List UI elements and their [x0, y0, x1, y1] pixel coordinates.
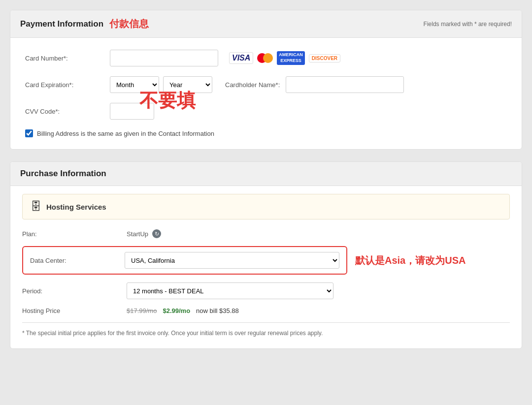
- card-icons: VISA AMERICANEXPRESS DISCOVER: [229, 51, 340, 64]
- discover-icon: DISCOVER: [309, 54, 340, 62]
- card-expiration-row: Card Expiration*: Month 01020304 0506070…: [25, 76, 507, 93]
- data-center-row: Data Center: USA, California Asia Europe…: [22, 246, 510, 275]
- cvv-row: CVV Code*: 不要填: [25, 103, 507, 120]
- price-bill: now bill $35.88: [196, 307, 239, 314]
- data-center-select[interactable]: USA, California Asia Europe South Americ…: [125, 252, 339, 269]
- footer-note-text: * The special initial price applies for …: [22, 330, 323, 337]
- mc-circle-right: [263, 53, 273, 63]
- year-select[interactable]: Year 2024202520262027 202820292030: [163, 76, 212, 93]
- amex-icon: AMERICANEXPRESS: [277, 51, 305, 64]
- purchase-body: 🗄 Hosting Services Plan: StartUp ↻ Data …: [10, 186, 522, 348]
- refresh-icon[interactable]: ↻: [152, 229, 161, 238]
- cvv-label: CVV Code*:: [25, 108, 104, 115]
- card-number-row: Card Number*: VISA AMERICANEXPRESS DISCO…: [25, 50, 507, 66]
- hosting-title: Hosting Services: [46, 203, 106, 211]
- payment-card: Payment Information 付款信息 Fields marked w…: [10, 10, 522, 150]
- payment-title: Payment Information: [20, 19, 103, 29]
- data-center-label: Data Center:: [30, 257, 119, 264]
- plan-label: Plan:: [22, 230, 121, 238]
- data-center-annotation: 默认是Asia，请改为USA: [355, 254, 466, 267]
- billing-checkbox[interactable]: [25, 129, 33, 137]
- period-row: Period: 1 month 3 months 6 months 12 mon…: [22, 282, 510, 299]
- cvv-input-wrapper: 不要填: [110, 103, 154, 120]
- required-note: Fields marked with * are required!: [424, 21, 512, 28]
- hosting-section: 🗄 Hosting Services: [22, 194, 510, 219]
- card-expiration-label: Card Expiration*:: [25, 81, 104, 89]
- payment-header-left: Payment Information 付款信息: [20, 17, 149, 31]
- expiry-group: Month 01020304 05060708 09101112 Year 20…: [110, 76, 212, 93]
- payment-body: Card Number*: VISA AMERICANEXPRESS DISCO…: [10, 38, 522, 149]
- visa-icon: VISA: [229, 52, 253, 64]
- price-current: $2.99/mo: [163, 307, 190, 314]
- month-select[interactable]: Month 01020304 05060708 09101112: [110, 76, 159, 93]
- purchase-card: Purchase Information 🗄 Hosting Services …: [10, 161, 522, 349]
- payment-chinese-title: 付款信息: [109, 17, 149, 31]
- period-select[interactable]: 1 month 3 months 6 months 12 months - BE…: [127, 282, 333, 299]
- billing-checkbox-row: Billing Address is the same as given in …: [25, 129, 507, 137]
- data-center-highlight: Data Center: USA, California Asia Europe…: [22, 246, 347, 275]
- plan-value-group: StartUp ↻: [127, 229, 161, 238]
- cvv-input[interactable]: [110, 103, 154, 120]
- cardholder-input[interactable]: [286, 76, 404, 93]
- hosting-price-row: Hosting Price $17.99/mo $2.99/mo now bil…: [22, 307, 510, 314]
- plan-row: Plan: StartUp ↻: [22, 229, 510, 238]
- payment-header: Payment Information 付款信息 Fields marked w…: [10, 10, 522, 38]
- plan-value: StartUp: [127, 230, 148, 238]
- period-label: Period:: [22, 287, 121, 295]
- hosting-price-label: Hosting Price: [22, 307, 121, 314]
- billing-checkbox-label[interactable]: Billing Address is the same as given in …: [37, 130, 214, 137]
- price-original: $17.99/mo: [127, 307, 157, 314]
- purchase-title: Purchase Information: [20, 169, 512, 179]
- footer-note: * The special initial price applies for …: [22, 322, 510, 337]
- card-number-input[interactable]: [110, 50, 218, 66]
- hosting-icon: 🗄: [31, 200, 41, 213]
- mastercard-icon: [257, 53, 273, 63]
- purchase-header: Purchase Information: [10, 162, 522, 186]
- card-number-label: Card Number*:: [25, 55, 104, 62]
- cardholder-label: Cardholder Name*:: [225, 81, 280, 89]
